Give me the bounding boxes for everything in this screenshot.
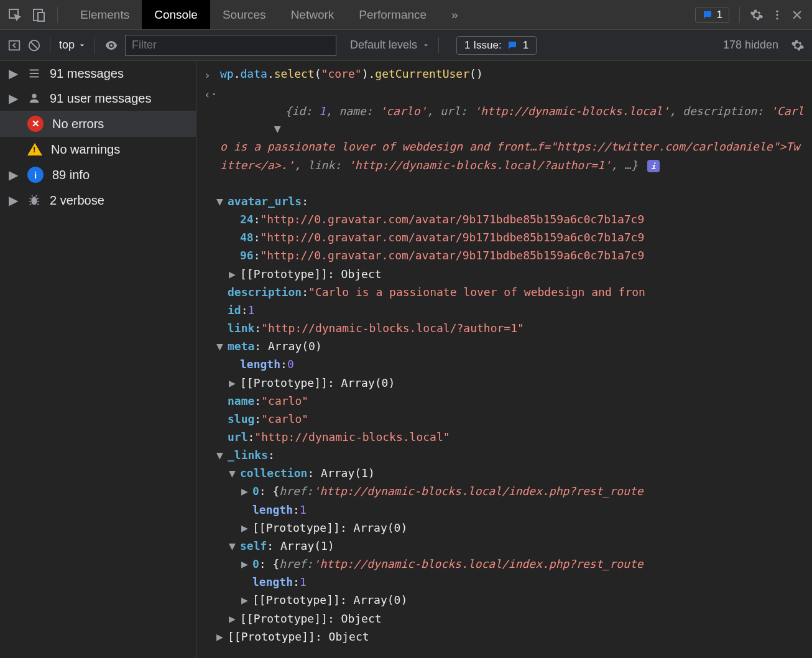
- live-expression-icon[interactable]: [104, 38, 119, 53]
- tree-row[interactable]: ▶[[Prototype]]: Array(0): [216, 519, 812, 537]
- sidebar-item-info[interactable]: ▶ i 89 info: [0, 162, 196, 188]
- filter-input[interactable]: [125, 35, 336, 56]
- console-command: wp.data.select("core").getCurrentUser(): [220, 65, 805, 84]
- bug-icon: [27, 193, 41, 207]
- tab-sources[interactable]: Sources: [210, 0, 279, 29]
- tree-row[interactable]: ▼self: Array(1): [216, 537, 812, 555]
- context-selector[interactable]: top: [59, 39, 86, 52]
- device-toggle-icon[interactable]: [31, 7, 46, 22]
- chevron-down-icon: [78, 42, 86, 49]
- tree-row[interactable]: ▼collection: Array(1): [216, 464, 812, 482]
- tree-row[interactable]: ▶[[Prototype]]: Object: [216, 628, 812, 646]
- tree-row[interactable]: length: 1: [216, 573, 812, 591]
- sidebar-item-verbose[interactable]: ▶ 2 verbose: [0, 188, 196, 213]
- issues-badge[interactable]: 1: [695, 7, 729, 23]
- svg-point-5: [776, 17, 778, 19]
- sidebar-item-user-messages[interactable]: ▶ 91 user messages: [0, 86, 196, 111]
- tree-row[interactable]: ▶0: {href: 'http://dynamic-blocks.local/…: [216, 482, 812, 500]
- tree-row[interactable]: slug: "carlo": [216, 410, 812, 428]
- sidebar-item-errors[interactable]: ▶ ✕ No errors: [0, 111, 196, 137]
- svg-point-4: [776, 14, 778, 16]
- tree-row[interactable]: ▶[[Prototype]]: Array(0): [216, 591, 812, 609]
- tree-row[interactable]: ▼meta: Array(0): [216, 337, 812, 355]
- tree-row[interactable]: 24: "http://0.gravatar.com/avatar/9b171b…: [216, 210, 812, 228]
- message-filter-sidebar: ▶ 91 messages ▶ 91 user messages ▶ ✕ No …: [0, 61, 196, 658]
- warning-icon: [27, 143, 42, 155]
- tree-row[interactable]: length: 1: [216, 501, 812, 519]
- svg-rect-6: [9, 40, 20, 50]
- hidden-count[interactable]: 178 hidden: [723, 39, 778, 52]
- settings-icon[interactable]: [750, 8, 764, 22]
- close-icon[interactable]: [791, 9, 803, 21]
- tree-row[interactable]: ▶[[Prototype]]: Object: [216, 609, 812, 628]
- kebab-icon[interactable]: [771, 9, 783, 21]
- tree-row[interactable]: link: "http://dynamic-blocks.local/?auth…: [216, 319, 812, 337]
- info-icon: i: [27, 167, 44, 183]
- console-result-row[interactable]: ‹· ▼{id: 1, name: 'carlo', url: 'http://…: [196, 84, 812, 192]
- tab-network[interactable]: Network: [279, 0, 347, 29]
- list-icon: [27, 67, 41, 80]
- tree-row[interactable]: ▼_links:: [216, 446, 812, 464]
- sidebar-item-messages[interactable]: ▶ 91 messages: [0, 61, 196, 86]
- tree-row[interactable]: ▶[[Prototype]]: Object: [216, 265, 812, 283]
- tab-console[interactable]: Console: [142, 0, 210, 29]
- clear-console-icon[interactable]: [27, 39, 41, 52]
- issues-count: 1: [717, 9, 722, 21]
- result-icon: ‹·: [204, 84, 220, 192]
- error-icon: ✕: [27, 116, 44, 132]
- svg-point-3: [776, 10, 778, 12]
- tree-row[interactable]: name: "carlo": [216, 392, 812, 410]
- tree-row[interactable]: ▼avatar_urls:: [216, 192, 812, 210]
- svg-point-9: [32, 94, 36, 98]
- tree-row[interactable]: description: "Carlo is a passionate love…: [216, 283, 812, 301]
- console-input-row[interactable]: › wp.data.select("core").getCurrentUser(…: [196, 65, 812, 84]
- result-preview: ▼{id: 1, name: 'carlo', url: 'http://dyn…: [220, 84, 805, 192]
- tree-row[interactable]: url: "http://dynamic-blocks.local": [216, 428, 812, 446]
- tree-row[interactable]: 96: "http://0.gravatar.com/avatar/9b171b…: [216, 246, 812, 264]
- sidebar-item-warnings[interactable]: ▶ No warnings: [0, 137, 196, 162]
- svg-rect-2: [38, 12, 44, 21]
- tree-row[interactable]: length: 0: [216, 355, 812, 373]
- object-tree: ▼avatar_urls: 24: "http://0.gravatar.com…: [196, 192, 812, 646]
- inspect-icon[interactable]: [7, 7, 22, 22]
- console-settings-icon[interactable]: [791, 39, 805, 52]
- panel-tabs: Elements Console Sources Network Perform…: [68, 0, 471, 29]
- tab-more[interactable]: »: [439, 0, 471, 29]
- devtools-tabbar: Elements Console Sources Network Perform…: [0, 0, 812, 30]
- tree-row[interactable]: id: 1: [216, 301, 812, 319]
- console-output: › wp.data.select("core").getCurrentUser(…: [196, 61, 812, 658]
- info-badge-icon[interactable]: i: [647, 160, 660, 172]
- log-levels-selector[interactable]: Default levels: [350, 39, 430, 52]
- svg-point-10: [31, 197, 37, 205]
- issues-pill[interactable]: 1 Issue: 1: [456, 36, 537, 55]
- tree-row[interactable]: ▶[[Prototype]]: Array(0): [216, 374, 812, 392]
- user-icon: [27, 91, 41, 105]
- chevron-down-icon: [422, 42, 430, 49]
- svg-point-8: [110, 44, 113, 47]
- tab-elements[interactable]: Elements: [68, 0, 142, 29]
- tab-performance[interactable]: Performance: [346, 0, 439, 29]
- console-toolbar: top Default levels 1 Issue: 1 178 hidden: [0, 30, 812, 61]
- prompt-icon: ›: [204, 65, 220, 84]
- sidebar-toggle-icon[interactable]: [7, 39, 21, 52]
- tree-row[interactable]: ▶0: {href: 'http://dynamic-blocks.local/…: [216, 555, 812, 573]
- tree-row[interactable]: 48: "http://0.gravatar.com/avatar/9b171b…: [216, 228, 812, 246]
